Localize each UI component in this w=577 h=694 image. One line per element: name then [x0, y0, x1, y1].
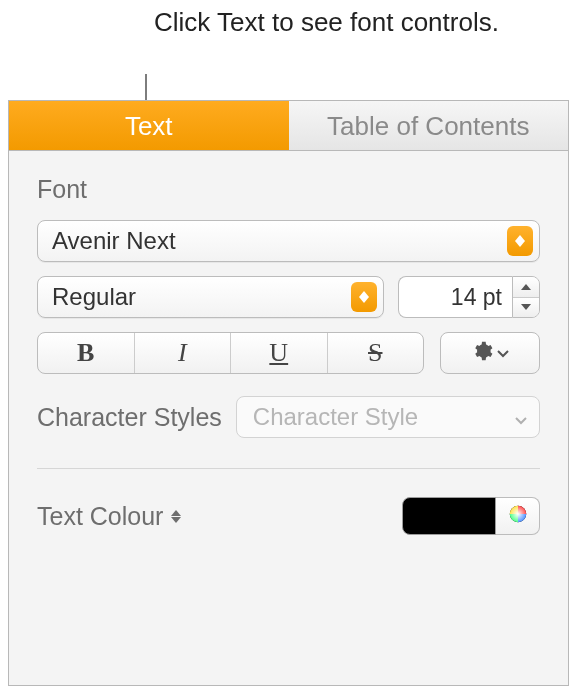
callout-text: Click Text to see font controls.: [154, 6, 499, 39]
text-colour-swatch[interactable]: [402, 497, 496, 535]
character-styles-popup[interactable]: Character Style: [236, 396, 540, 438]
font-size-step-up[interactable]: [513, 277, 539, 298]
chevron-down-icon: [497, 344, 509, 362]
strikethrough-button[interactable]: S: [328, 333, 424, 373]
font-size-field[interactable]: 14 pt: [398, 276, 512, 318]
underline-button[interactable]: U: [231, 333, 328, 373]
inspector-body: Font Avenir Next Regular 14 pt: [9, 151, 568, 535]
svg-marker-5: [521, 304, 531, 310]
text-colour-swatch-group: [402, 497, 540, 535]
popup-arrows-icon: [171, 510, 181, 523]
popup-arrows-icon: [351, 282, 377, 312]
popup-arrows-icon: [507, 226, 533, 256]
inspector-tab-bar: Text Table of Contents: [9, 101, 568, 151]
svg-marker-3: [359, 297, 369, 303]
section-divider: [37, 468, 540, 469]
font-weight-value: Regular: [52, 283, 136, 311]
character-styles-label: Character Styles: [37, 403, 222, 432]
tab-table-of-contents[interactable]: Table of Contents: [289, 101, 569, 150]
text-style-segmented: B I U S: [37, 332, 424, 374]
svg-marker-4: [521, 284, 531, 290]
colour-wheel-icon: [507, 503, 529, 529]
font-size-stepper: [512, 276, 540, 318]
font-size-group: 14 pt: [398, 276, 540, 318]
gear-icon: [471, 340, 493, 366]
font-weight-popup[interactable]: Regular: [37, 276, 384, 318]
character-styles-placeholder: Character Style: [253, 403, 418, 431]
svg-marker-6: [171, 510, 181, 516]
font-family-value: Avenir Next: [52, 227, 176, 255]
tab-text[interactable]: Text: [9, 101, 289, 150]
advanced-options-popup[interactable]: [440, 332, 540, 374]
font-size-step-down[interactable]: [513, 298, 539, 318]
font-section-label: Font: [37, 175, 540, 204]
text-colour-popup[interactable]: Text Colour: [37, 502, 181, 531]
svg-marker-1: [515, 241, 525, 247]
underline-label: U: [269, 338, 288, 368]
font-family-popup[interactable]: Avenir Next: [37, 220, 540, 262]
inspector-panel: Text Table of Contents Font Avenir Next …: [8, 100, 569, 686]
colour-wheel-button[interactable]: [496, 497, 540, 535]
text-colour-label: Text Colour: [37, 502, 163, 531]
strikethrough-label: S: [368, 338, 382, 368]
svg-marker-7: [171, 517, 181, 523]
italic-button[interactable]: I: [135, 333, 232, 373]
svg-point-9: [509, 506, 526, 523]
chevron-down-icon: [515, 403, 527, 431]
bold-button[interactable]: B: [38, 333, 135, 373]
